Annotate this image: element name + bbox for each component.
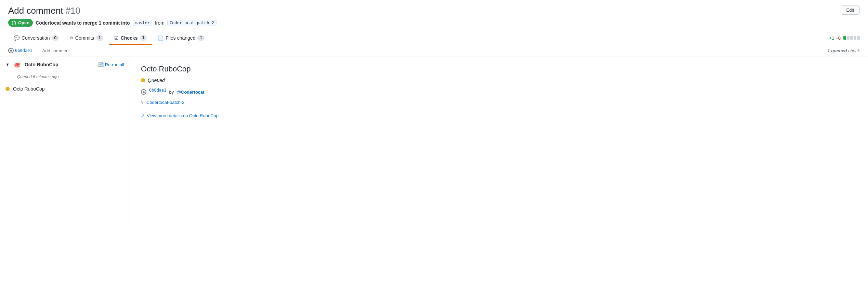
diff-additions: +1 [829,36,834,41]
head-branch-badge: Codertocat-patch-2 [167,20,216,26]
sha-icon [8,48,14,53]
external-link-icon: ↗ [141,113,145,118]
detail-title: Octo RuboCop [141,65,857,73]
author-link[interactable]: @Codertocat [176,90,204,95]
diff-bar-4 [854,36,856,40]
commit-bar: 0b0dae1 — Add comment 1 queued check [0,45,868,56]
page-header: Add comment #10 Open Codertocat wants to… [0,0,868,31]
detail-branch: ⑂ Codertocat-patch-2 [141,99,857,105]
queued-label: Queued [17,74,32,79]
rerun-label: Re-run all [105,62,124,67]
tab-conversation[interactable]: 💬 Conversation 0 [8,32,64,45]
avatar: 🐙 [13,60,21,69]
tab-checks[interactable]: ☑ Checks 1 [109,32,153,45]
detail-sha-link[interactable]: 0b0dae1 [149,88,167,93]
subtitle-text: Codertocat wants to merge 1 commit into [36,20,130,26]
pr-number: #10 [66,5,80,16]
commit-bar-message: Add comment [42,48,70,53]
tabs-left: 💬 Conversation 0 ⊙ Commits 1 ☑ Checks 1 … [8,31,210,45]
tab-checks-label: Checks [121,35,138,41]
sidebar-item-octo-rubocop[interactable]: Octo RuboCop [0,82,130,96]
commit-sha-value: 0b0dae1 [15,48,32,53]
tab-conversation-label: Conversation [22,35,50,41]
commit-bar-right: 1 queued check [827,48,860,53]
base-branch-badge: master [133,20,152,26]
commit-sha: 0b0dae1 [8,48,32,53]
sidebar: ▼ 🐙 Octo RuboCop 🔄 Re-run all Queued 6 m… [0,56,130,227]
detail-status-label: Queued [148,78,165,83]
diff-bars [843,36,860,40]
sidebar-group-title: ▼ 🐙 Octo RuboCop [5,60,58,69]
diff-deletions: −0 [836,36,841,41]
time-ago: 6 minutes ago [33,74,58,79]
detail-sha-icon [141,89,146,95]
conversation-icon: 💬 [14,35,19,41]
tab-files-changed[interactable]: 📄 Files changed 1 [152,32,210,45]
diff-bar-2 [847,36,850,40]
tabs-bar: 💬 Conversation 0 ⊙ Commits 1 ☑ Checks 1 … [0,31,868,45]
diff-stats: +1 −0 [829,36,860,41]
title-row: Add comment #10 [8,5,216,16]
diff-bar-1 [843,36,846,40]
detail-status-dot [141,78,145,82]
tab-files-count: 1 [197,35,205,41]
tab-commits-count: 1 [96,35,103,41]
by-label: by [169,90,174,95]
open-icon [12,21,16,25]
edit-button[interactable]: Edit [841,5,860,15]
main-content: ▼ 🐙 Octo RuboCop 🔄 Re-run all Queued 6 m… [0,56,868,227]
commit-bar-dash: — [35,48,40,53]
sidebar-group-header: ▼ 🐙 Octo RuboCop 🔄 Re-run all [0,56,130,73]
check-label: check [848,48,860,53]
branch-icon: ⑂ [141,99,144,105]
diff-bar-5 [857,36,860,40]
detail-commit: 0b0dae1 by @Codertocat [141,88,857,96]
view-more-link[interactable]: ↗ View more details on Octo RuboCop [141,113,857,118]
tab-commits[interactable]: ⊙ Commits 1 [64,31,109,45]
from-label: from [155,20,165,26]
subtitle-row: Open Codertocat wants to merge 1 commit … [8,19,216,27]
view-more-label: View more details on Octo RuboCop [147,113,219,118]
rerun-all-button[interactable]: 🔄 Re-run all [98,62,124,67]
tab-checks-count: 1 [140,35,147,41]
sidebar-group-name: Octo RuboCop [25,62,58,67]
chevron-down-icon[interactable]: ▼ [5,62,10,67]
commit-bar-left: 0b0dae1 — Add comment [8,48,70,53]
files-icon: 📄 [158,35,163,41]
branch-link[interactable]: Codertocat-patch-2 [146,100,184,105]
page-title: Add comment #10 [8,5,80,16]
diff-bar-3 [850,36,853,40]
tab-files-label: Files changed [166,35,195,41]
tab-commits-label: Commits [75,35,94,41]
sidebar-item-label: Octo RuboCop [13,86,45,92]
checks-icon: ☑ [114,35,119,41]
detail-panel: Octo RuboCop Queued 0b0dae1 by @Codertoc… [130,56,868,227]
sidebar-meta: Queued 6 minutes ago [0,73,130,82]
detail-status: Queued [141,78,857,83]
rerun-icon: 🔄 [98,62,104,67]
tab-conversation-count: 0 [52,35,59,41]
commits-icon: ⊙ [70,35,73,41]
queued-count: 1 queued [827,48,847,53]
open-badge: Open [8,19,33,27]
status-dot-yellow [5,87,10,91]
